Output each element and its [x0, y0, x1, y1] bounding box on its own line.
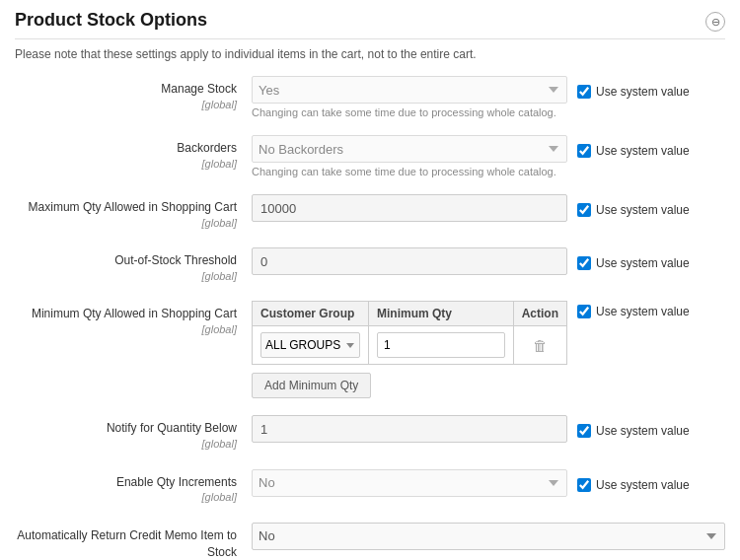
backorders-label: Backorders [global]: [15, 135, 252, 172]
backorders-hint: Changing can take some time due to proce…: [252, 166, 725, 177]
out-of-stock-checkbox[interactable]: [577, 256, 591, 270]
notify-qty-use-system: Use system value: [577, 420, 725, 438]
backorders-controls: No Backorders Use system value Changing …: [252, 135, 725, 177]
min-qty-table-head: Customer Group Minimum Qty Action: [253, 302, 567, 326]
manage-stock-input-row: Yes Use system value: [252, 76, 725, 104]
out-of-stock-input-row: Use system value: [252, 247, 725, 275]
page-wrapper: Product Stock Options ⊖ Please note that…: [0, 0, 740, 560]
table-row: ALL GROUPS 🗑: [253, 326, 567, 365]
manage-stock-select[interactable]: Yes: [252, 76, 567, 104]
manage-stock-label: Manage Stock [global]: [15, 76, 252, 112]
backorders-row: Backorders [global] No Backorders Use sy…: [15, 135, 725, 182]
min-qty-row: Minimum Qty Allowed in Shopping Cart [gl…: [15, 301, 725, 403]
min-qty-table-wrap: Customer Group Minimum Qty Action ALL GR…: [252, 301, 567, 398]
min-qty-table: Customer Group Minimum Qty Action ALL GR…: [252, 301, 567, 365]
min-qty-table-header-row: Customer Group Minimum Qty Action: [253, 302, 567, 326]
backorders-input-row: No Backorders Use system value: [252, 135, 725, 163]
col-customer-group: Customer Group: [253, 302, 369, 326]
delete-row-icon[interactable]: 🗑: [533, 337, 548, 354]
return-credit-memo-label: Automatically Return Credit Memo Item to…: [15, 523, 252, 560]
enable-qty-increments-checkbox[interactable]: [577, 478, 591, 492]
notify-qty-label: Notify for Quantity Below [global]: [15, 415, 252, 452]
action-cell: 🗑: [513, 326, 566, 365]
backorders-checkbox[interactable]: [577, 144, 591, 158]
col-action: Action: [513, 302, 566, 326]
backorders-use-system: Use system value: [577, 140, 725, 158]
max-qty-label: Maximum Qty Allowed in Shopping Cart [gl…: [15, 194, 252, 231]
max-qty-controls: Use system value: [252, 194, 725, 222]
enable-qty-increments-select[interactable]: No: [252, 469, 567, 497]
out-of-stock-controls: Use system value: [252, 247, 725, 275]
note-text: Please note that these settings apply to…: [15, 47, 725, 61]
return-credit-memo-input-row: No: [252, 523, 725, 550]
manage-stock-use-system: Use system value: [577, 81, 725, 99]
collapse-icon-symbol: ⊖: [711, 16, 720, 29]
max-qty-checkbox[interactable]: [577, 203, 591, 217]
max-qty-input[interactable]: [252, 194, 567, 222]
manage-stock-controls: Yes Use system value Changing can take s…: [252, 76, 725, 118]
enable-qty-increments-controls: No Use system value: [252, 469, 725, 497]
collapse-icon[interactable]: ⊖: [705, 12, 725, 32]
enable-qty-increments-label: Enable Qty Increments [global]: [15, 469, 252, 506]
page-title: Product Stock Options: [15, 10, 725, 39]
col-minimum-qty: Minimum Qty: [369, 302, 514, 326]
notify-qty-input[interactable]: [252, 415, 567, 443]
return-credit-memo-row: Automatically Return Credit Memo Item to…: [15, 523, 725, 560]
max-qty-row: Maximum Qty Allowed in Shopping Cart [gl…: [15, 194, 725, 236]
group-cell: ALL GROUPS: [253, 326, 369, 365]
min-qty-label: Minimum Qty Allowed in Shopping Cart [gl…: [15, 301, 252, 337]
notify-qty-row: Notify for Quantity Below [global] Use s…: [15, 415, 725, 456]
return-credit-memo-select[interactable]: No: [252, 523, 725, 550]
min-qty-checkbox[interactable]: [577, 305, 591, 318]
add-min-qty-button[interactable]: Add Minimum Qty: [252, 373, 371, 398]
max-qty-use-system: Use system value: [577, 199, 725, 217]
out-of-stock-label: Out-of-Stock Threshold [global]: [15, 247, 252, 284]
manage-stock-row: Manage Stock [global] Yes Use system val…: [15, 76, 725, 123]
min-qty-value-input[interactable]: [377, 332, 505, 358]
out-of-stock-use-system: Use system value: [577, 252, 725, 270]
min-qty-controls: Customer Group Minimum Qty Action ALL GR…: [252, 301, 725, 398]
manage-stock-checkbox[interactable]: [577, 85, 591, 99]
manage-stock-hint: Changing can take some time due to proce…: [252, 106, 725, 118]
min-qty-table-row: Customer Group Minimum Qty Action ALL GR…: [252, 301, 725, 398]
backorders-select[interactable]: No Backorders: [252, 135, 567, 163]
qty-cell: [369, 326, 514, 365]
enable-qty-increments-use-system: Use system value: [577, 474, 725, 492]
out-of-stock-row: Out-of-Stock Threshold [global] Use syst…: [15, 247, 725, 289]
out-of-stock-input[interactable]: [252, 247, 567, 275]
notify-qty-controls: Use system value: [252, 415, 725, 443]
enable-qty-increments-input-row: No Use system value: [252, 469, 725, 497]
customer-group-select[interactable]: ALL GROUPS: [260, 332, 360, 358]
notify-qty-checkbox[interactable]: [577, 424, 591, 438]
min-qty-use-system: Use system value: [577, 301, 725, 318]
notify-qty-input-row: Use system value: [252, 415, 725, 443]
return-credit-memo-controls: No: [252, 523, 725, 550]
enable-qty-increments-row: Enable Qty Increments [global] No Use sy…: [15, 469, 725, 511]
min-qty-table-body: ALL GROUPS 🗑: [253, 326, 567, 365]
max-qty-input-row: Use system value: [252, 194, 725, 222]
